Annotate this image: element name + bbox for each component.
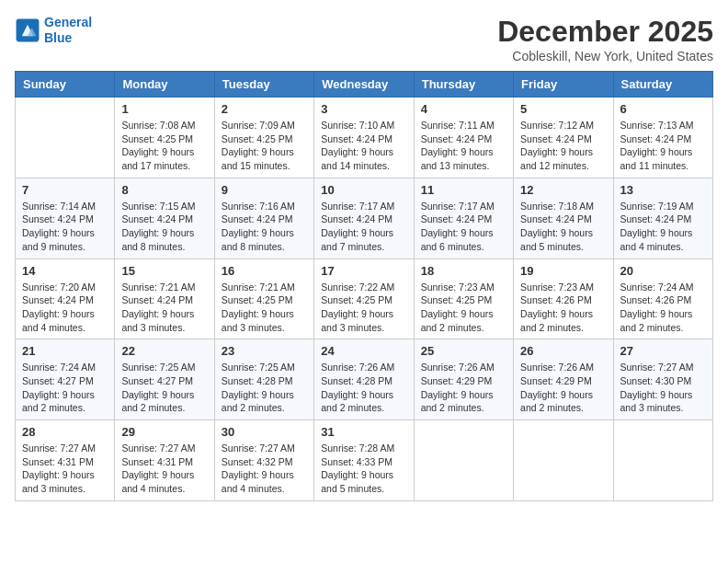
calendar-cell: 12Sunrise: 7:18 AM Sunset: 4:24 PM Dayli… (514, 178, 613, 259)
calendar-cell: 20Sunrise: 7:24 AM Sunset: 4:26 PM Dayli… (613, 259, 712, 339)
day-number: 3 (321, 102, 406, 116)
day-number: 17 (321, 264, 406, 278)
day-number: 18 (421, 264, 506, 278)
day-info: Sunrise: 7:23 AM Sunset: 4:26 PM Dayligh… (520, 281, 606, 335)
day-info: Sunrise: 7:17 AM Sunset: 4:24 PM Dayligh… (321, 200, 406, 254)
day-info: Sunrise: 7:26 AM Sunset: 4:28 PM Dayligh… (321, 361, 406, 415)
day-number: 15 (121, 264, 207, 278)
week-row-4: 28Sunrise: 7:27 AM Sunset: 4:31 PM Dayli… (16, 420, 713, 501)
day-info: Sunrise: 7:23 AM Sunset: 4:25 PM Dayligh… (421, 281, 506, 335)
calendar-cell: 18Sunrise: 7:23 AM Sunset: 4:25 PM Dayli… (414, 259, 513, 339)
day-info: Sunrise: 7:26 AM Sunset: 4:29 PM Dayligh… (421, 361, 506, 415)
day-number: 23 (222, 344, 307, 358)
day-info: Sunrise: 7:20 AM Sunset: 4:24 PM Dayligh… (22, 281, 108, 335)
day-info: Sunrise: 7:14 AM Sunset: 4:24 PM Dayligh… (22, 200, 108, 254)
day-info: Sunrise: 7:11 AM Sunset: 4:24 PM Dayligh… (421, 119, 506, 173)
calendar-cell: 26Sunrise: 7:26 AM Sunset: 4:29 PM Dayli… (514, 339, 613, 420)
day-info: Sunrise: 7:27 AM Sunset: 4:31 PM Dayligh… (121, 442, 207, 496)
day-number: 5 (520, 102, 606, 116)
day-info: Sunrise: 7:22 AM Sunset: 4:25 PM Dayligh… (321, 281, 406, 335)
calendar-cell: 11Sunrise: 7:17 AM Sunset: 4:24 PM Dayli… (414, 178, 513, 259)
weekday-header-sunday: Sunday (16, 72, 115, 98)
day-info: Sunrise: 7:08 AM Sunset: 4:25 PM Dayligh… (121, 119, 207, 173)
day-info: Sunrise: 7:15 AM Sunset: 4:24 PM Dayligh… (121, 200, 207, 254)
logo: General Blue (15, 15, 92, 46)
day-number: 26 (520, 344, 606, 358)
logo-line1: General (44, 15, 92, 29)
weekday-header-wednesday: Wednesday (314, 72, 414, 98)
calendar-cell: 10Sunrise: 7:17 AM Sunset: 4:24 PM Dayli… (314, 178, 414, 259)
logo-icon (15, 17, 40, 43)
day-info: Sunrise: 7:24 AM Sunset: 4:27 PM Dayligh… (22, 361, 108, 415)
day-number: 10 (321, 183, 406, 197)
day-info: Sunrise: 7:18 AM Sunset: 4:24 PM Dayligh… (520, 200, 606, 254)
calendar-cell: 16Sunrise: 7:21 AM Sunset: 4:25 PM Dayli… (214, 259, 313, 339)
day-number: 28 (22, 425, 108, 439)
day-info: Sunrise: 7:21 AM Sunset: 4:24 PM Dayligh… (121, 281, 207, 335)
calendar-cell: 14Sunrise: 7:20 AM Sunset: 4:24 PM Dayli… (16, 259, 115, 339)
calendar-cell (613, 420, 712, 501)
day-info: Sunrise: 7:13 AM Sunset: 4:24 PM Dayligh… (620, 119, 706, 173)
page-header: General Blue December 2025 Cobleskill, N… (15, 15, 713, 63)
day-info: Sunrise: 7:17 AM Sunset: 4:24 PM Dayligh… (421, 200, 506, 254)
day-number: 21 (22, 344, 108, 358)
calendar-cell (16, 98, 115, 178)
location: Cobleskill, New York, United States (497, 49, 713, 63)
day-number: 27 (620, 344, 706, 358)
calendar-cell: 7Sunrise: 7:14 AM Sunset: 4:24 PM Daylig… (16, 178, 115, 259)
day-number: 12 (520, 183, 606, 197)
calendar-cell: 17Sunrise: 7:22 AM Sunset: 4:25 PM Dayli… (314, 259, 414, 339)
calendar-cell: 9Sunrise: 7:16 AM Sunset: 4:24 PM Daylig… (214, 178, 313, 259)
weekday-header-tuesday: Tuesday (214, 72, 313, 98)
day-info: Sunrise: 7:25 AM Sunset: 4:28 PM Dayligh… (222, 361, 307, 415)
calendar-table: SundayMondayTuesdayWednesdayThursdayFrid… (15, 71, 713, 501)
calendar-cell: 15Sunrise: 7:21 AM Sunset: 4:24 PM Dayli… (115, 259, 214, 339)
day-number: 14 (22, 264, 108, 278)
day-info: Sunrise: 7:28 AM Sunset: 4:33 PM Dayligh… (321, 442, 406, 496)
calendar-cell: 2Sunrise: 7:09 AM Sunset: 4:25 PM Daylig… (214, 98, 313, 178)
calendar-cell: 13Sunrise: 7:19 AM Sunset: 4:24 PM Dayli… (613, 178, 712, 259)
title-block: December 2025 Cobleskill, New York, Unit… (497, 15, 713, 63)
calendar-cell: 24Sunrise: 7:26 AM Sunset: 4:28 PM Dayli… (314, 339, 414, 420)
calendar-cell: 23Sunrise: 7:25 AM Sunset: 4:28 PM Dayli… (214, 339, 313, 420)
day-number: 4 (421, 102, 506, 116)
weekday-header-monday: Monday (115, 72, 214, 98)
week-row-0: 1Sunrise: 7:08 AM Sunset: 4:25 PM Daylig… (16, 98, 713, 178)
calendar-cell: 30Sunrise: 7:27 AM Sunset: 4:32 PM Dayli… (214, 420, 313, 501)
day-number: 16 (222, 264, 307, 278)
day-number: 31 (321, 425, 406, 439)
day-number: 30 (222, 425, 307, 439)
month-title: December 2025 (497, 15, 713, 49)
weekday-header-thursday: Thursday (414, 72, 513, 98)
day-info: Sunrise: 7:27 AM Sunset: 4:32 PM Dayligh… (222, 442, 307, 496)
day-info: Sunrise: 7:27 AM Sunset: 4:31 PM Dayligh… (22, 442, 108, 496)
calendar-cell: 22Sunrise: 7:25 AM Sunset: 4:27 PM Dayli… (115, 339, 214, 420)
calendar-cell: 27Sunrise: 7:27 AM Sunset: 4:30 PM Dayli… (613, 339, 712, 420)
week-row-1: 7Sunrise: 7:14 AM Sunset: 4:24 PM Daylig… (16, 178, 713, 259)
day-info: Sunrise: 7:19 AM Sunset: 4:24 PM Dayligh… (620, 200, 706, 254)
weekday-header-friday: Friday (514, 72, 613, 98)
calendar-cell: 29Sunrise: 7:27 AM Sunset: 4:31 PM Dayli… (115, 420, 214, 501)
calendar-cell (414, 420, 513, 501)
day-number: 2 (222, 102, 307, 116)
day-number: 1 (121, 102, 207, 116)
day-number: 25 (421, 344, 506, 358)
calendar-cell: 6Sunrise: 7:13 AM Sunset: 4:24 PM Daylig… (613, 98, 712, 178)
day-number: 11 (421, 183, 506, 197)
day-number: 8 (121, 183, 207, 197)
day-info: Sunrise: 7:21 AM Sunset: 4:25 PM Dayligh… (222, 281, 307, 335)
weekday-header-row: SundayMondayTuesdayWednesdayThursdayFrid… (16, 72, 713, 98)
day-info: Sunrise: 7:26 AM Sunset: 4:29 PM Dayligh… (520, 361, 606, 415)
calendar-cell: 3Sunrise: 7:10 AM Sunset: 4:24 PM Daylig… (314, 98, 414, 178)
day-info: Sunrise: 7:27 AM Sunset: 4:30 PM Dayligh… (620, 361, 706, 415)
day-number: 24 (321, 344, 406, 358)
day-info: Sunrise: 7:25 AM Sunset: 4:27 PM Dayligh… (121, 361, 207, 415)
day-number: 19 (520, 264, 606, 278)
day-number: 22 (121, 344, 207, 358)
day-info: Sunrise: 7:09 AM Sunset: 4:25 PM Dayligh… (222, 119, 307, 173)
day-number: 13 (620, 183, 706, 197)
day-number: 6 (620, 102, 706, 116)
calendar-cell: 28Sunrise: 7:27 AM Sunset: 4:31 PM Dayli… (16, 420, 115, 501)
day-number: 29 (121, 425, 207, 439)
day-number: 20 (620, 264, 706, 278)
